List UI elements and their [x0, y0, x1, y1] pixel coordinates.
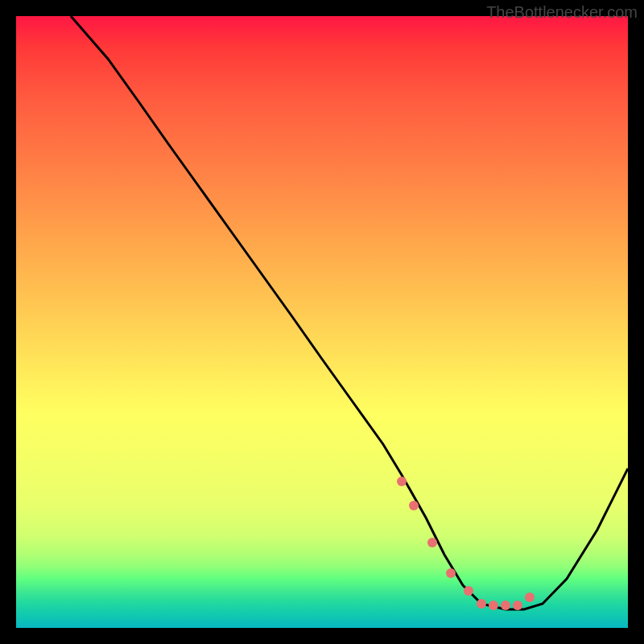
chart-marker [525, 592, 535, 602]
chart-marker [427, 538, 437, 547]
chart-marker [489, 601, 498, 610]
bottleneck-curve [71, 16, 628, 609]
chart-marker [446, 568, 456, 578]
chart-marker [477, 599, 486, 609]
chart-marker [409, 501, 419, 510]
chart-marker [501, 601, 510, 610]
chart-marker [513, 601, 522, 610]
chart-svg [16, 16, 628, 628]
chart-marker [464, 586, 473, 596]
chart-area [16, 16, 628, 628]
watermark-text: TheBottlenecker.com [486, 3, 638, 22]
chart-marker [397, 477, 407, 486]
